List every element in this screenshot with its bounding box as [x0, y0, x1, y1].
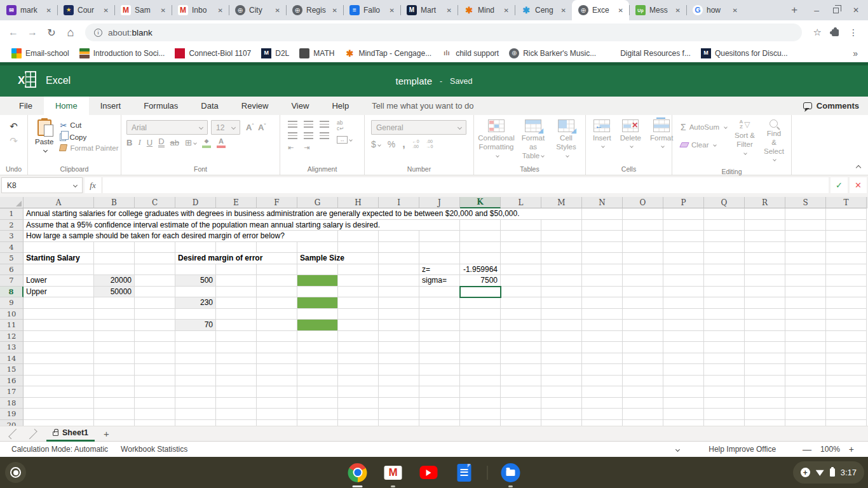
close-tab-icon[interactable]: ✕ — [332, 6, 338, 15]
cell-b9[interactable] — [94, 297, 135, 309]
cell-e20[interactable] — [216, 420, 257, 426]
cell-t11[interactable] — [826, 320, 867, 331]
column-header-c[interactable]: C — [135, 197, 175, 208]
cell-c17[interactable] — [135, 386, 175, 398]
cell-s9[interactable] — [785, 297, 826, 309]
align-middle-icon[interactable] — [304, 121, 313, 128]
cell-a4[interactable] — [24, 242, 94, 254]
font-color-button[interactable]: A — [217, 137, 226, 148]
bookmark-item[interactable]: Digital Resources f... — [601, 46, 696, 60]
cell-i9[interactable] — [379, 297, 419, 309]
cell-h20[interactable] — [338, 420, 379, 426]
cell-j10[interactable] — [419, 309, 460, 320]
cell-j12[interactable] — [419, 331, 460, 342]
cell-o3[interactable] — [623, 231, 663, 242]
cell-c20[interactable] — [135, 420, 175, 426]
cell-o13[interactable] — [623, 342, 663, 353]
cell-q3[interactable] — [704, 231, 745, 242]
bookmark-item[interactable]: MQuesitons for Discu... — [696, 46, 793, 60]
cell-f4[interactable] — [257, 242, 297, 254]
row-header-19[interactable]: 19 — [0, 409, 24, 420]
cell-p15[interactable] — [663, 364, 704, 376]
cell-n9[interactable] — [582, 297, 623, 309]
cell-p3[interactable] — [663, 231, 704, 242]
cell-g17[interactable] — [297, 386, 338, 398]
cell-e14[interactable] — [216, 353, 257, 365]
cell-t14[interactable] — [826, 353, 867, 365]
cell-n3[interactable] — [582, 231, 623, 242]
comments-button[interactable]: Comments — [803, 97, 859, 115]
column-header-f[interactable]: F — [257, 197, 297, 208]
cell-m17[interactable] — [541, 386, 582, 398]
cell-r6[interactable] — [745, 264, 785, 276]
column-header-n[interactable]: N — [582, 197, 623, 208]
cell-e11[interactable] — [216, 320, 257, 331]
cell-a3[interactable] — [24, 231, 94, 242]
cell-n4[interactable] — [582, 242, 623, 254]
cell-e18[interactable] — [216, 398, 257, 409]
cell-k15[interactable] — [460, 364, 501, 376]
extensions-icon[interactable] — [832, 29, 839, 36]
cell-a14[interactable] — [24, 353, 94, 365]
cell-n6[interactable] — [582, 264, 623, 276]
ribbon-tab-view[interactable]: View — [280, 97, 320, 115]
cell-c16[interactable] — [135, 376, 175, 387]
cell-b5[interactable] — [94, 253, 135, 264]
cell-h16[interactable] — [338, 376, 379, 387]
help-improve-office-link[interactable]: Help Improve Office — [709, 445, 776, 454]
row-header-5[interactable]: 5 — [0, 253, 24, 264]
workbook-statistics[interactable]: Workbook Statistics — [114, 445, 194, 454]
find-select-button[interactable]: Find & Select — [759, 118, 789, 166]
cell-b14[interactable] — [94, 353, 135, 365]
align-center-icon[interactable] — [304, 132, 313, 139]
column-header-d[interactable]: D — [175, 197, 216, 208]
cell-b2[interactable] — [94, 220, 135, 231]
cell-k19[interactable] — [460, 409, 501, 420]
cell-e12[interactable] — [216, 331, 257, 342]
cell-n16[interactable] — [582, 376, 623, 387]
cell-f20[interactable] — [257, 420, 297, 426]
zoom-out-icon[interactable]: — — [803, 444, 811, 454]
bold-button[interactable]: B — [126, 138, 132, 147]
cell-d4[interactable] — [175, 242, 216, 254]
cell-o8[interactable] — [623, 287, 663, 298]
enter-formula-icon[interactable]: ✓ — [831, 177, 848, 193]
cell-b16[interactable] — [94, 376, 135, 387]
cell-i13[interactable] — [379, 342, 419, 353]
cell-f7[interactable] — [257, 275, 297, 287]
cell-r11[interactable] — [745, 320, 785, 331]
sort-filter-button[interactable]: AZ▽ Sort & Filter — [730, 118, 759, 159]
cell-t2[interactable] — [826, 220, 867, 231]
cell-k17[interactable] — [460, 386, 501, 398]
ribbon-tab-data[interactable]: Data — [189, 97, 229, 115]
cell-o18[interactable] — [623, 398, 663, 409]
browser-tab[interactable]: Ghow✕ — [686, 0, 743, 20]
cell-h8[interactable] — [338, 287, 379, 298]
cell-l7[interactable] — [501, 275, 541, 287]
cell-g10[interactable] — [297, 309, 338, 320]
align-left-icon[interactable] — [288, 132, 297, 139]
bookmark-item[interactable]: ✱MindTap - Cengage... — [339, 46, 437, 60]
cell-i8[interactable] — [379, 287, 419, 298]
browser-tab[interactable]: ≡Fallo✕ — [343, 0, 400, 20]
cell-m16[interactable] — [541, 376, 582, 387]
cell-a9[interactable] — [24, 297, 94, 309]
cell-f1[interactable] — [257, 208, 297, 220]
row-header-17[interactable]: 17 — [0, 386, 24, 398]
cell-l12[interactable] — [501, 331, 541, 342]
cell-n19[interactable] — [582, 409, 623, 420]
browser-tab[interactable]: MMart✕ — [400, 0, 458, 20]
undo-icon[interactable]: ↶ — [10, 121, 18, 131]
row-header-20[interactable]: 20 — [0, 420, 24, 426]
cell-p1[interactable] — [663, 208, 704, 220]
cell-o15[interactable] — [623, 364, 663, 376]
cell-n10[interactable] — [582, 309, 623, 320]
cell-c14[interactable] — [135, 353, 175, 365]
cell-d16[interactable] — [175, 376, 216, 387]
cell-k13[interactable] — [460, 342, 501, 353]
wrap-text-icon[interactable]: abc↵ — [337, 120, 352, 131]
system-tray[interactable]: + 3:17 — [793, 461, 864, 484]
cell-g20[interactable] — [297, 420, 338, 426]
cell-g9[interactable] — [297, 297, 338, 309]
cell-j2[interactable] — [419, 220, 460, 231]
